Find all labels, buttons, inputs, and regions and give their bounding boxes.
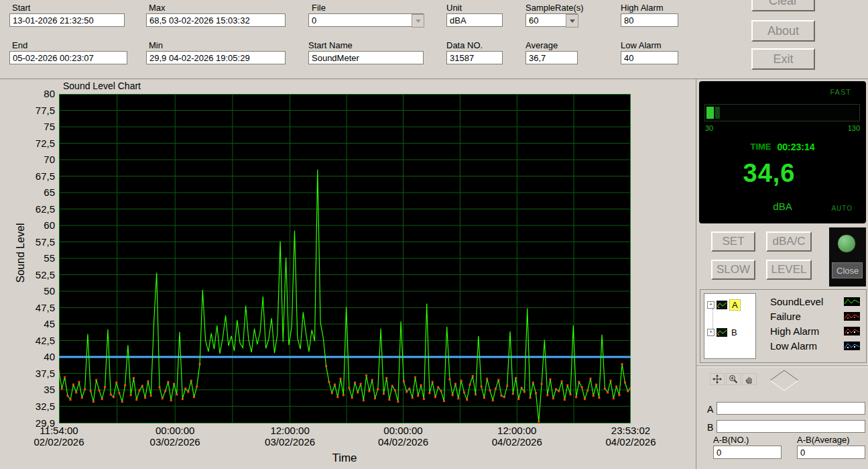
y-tick-label: 77,5 <box>5 105 55 116</box>
x-axis-title: Time <box>291 452 398 465</box>
chevron-down-icon <box>416 19 421 23</box>
y-tick-label: 80 <box>5 89 55 99</box>
cursor-joystick[interactable] <box>769 369 800 394</box>
y-tick-label: 50 <box>5 286 55 297</box>
tick-time: 00:00:00 <box>156 425 194 436</box>
y-tick-label: 67,5 <box>5 171 55 182</box>
unit-field[interactable] <box>446 13 503 27</box>
expand-icon[interactable]: + <box>707 329 715 336</box>
legend-item[interactable]: Failure <box>762 309 863 323</box>
y-tick-label: 70 <box>5 154 55 165</box>
gauge-scale-min: 30 <box>705 124 713 132</box>
legend-item-icon <box>844 297 860 306</box>
low-alarm-field[interactable] <box>621 51 678 64</box>
diamond-icon <box>769 369 800 392</box>
hand-pan-button[interactable] <box>742 373 757 385</box>
close-button[interactable]: Close <box>832 262 863 278</box>
tick-date: 02/02/2026 <box>34 436 84 448</box>
y-tick-label: 35 <box>5 384 55 395</box>
legend-item-label: High Alarm <box>770 325 819 337</box>
max-field[interactable] <box>146 13 286 27</box>
x-tick-label: 12:00:0003/02/2026 <box>257 425 324 448</box>
exit-button[interactable]: Exit <box>751 48 815 70</box>
slow-button[interactable]: SLOW <box>711 260 755 280</box>
hand-icon <box>745 374 754 384</box>
ab-average-field[interactable] <box>797 446 865 459</box>
meter-time-row: TIME 00:23:14 <box>699 142 866 152</box>
y-tick-label: 32,5 <box>5 401 55 412</box>
y-tick-label: 60 <box>5 220 55 231</box>
legend-item[interactable]: Low Alarm <box>762 338 863 353</box>
level-bar-gauge <box>704 104 860 121</box>
chart-node-icon <box>717 301 727 309</box>
file-label: File <box>312 3 326 13</box>
legend-tree-node[interactable]: +B <box>707 327 739 337</box>
min-field[interactable] <box>146 51 286 64</box>
time-value: 00:23:14 <box>778 142 815 152</box>
chart-panel: Sound Level Chart Sound Level 8077,57572… <box>5 79 696 469</box>
zoom-button[interactable] <box>726 373 741 385</box>
level-button[interactable]: LEVEL <box>766 260 812 280</box>
legend-tree-node[interactable]: +A <box>707 299 741 311</box>
chart-node-icon <box>717 328 727 337</box>
tick-date: 03/02/2026 <box>150 436 200 448</box>
cursor-a-label: A <box>707 404 713 415</box>
data-no-field[interactable] <box>446 51 503 64</box>
legend-item-label: SoundLevel <box>770 296 823 307</box>
tick-time: 12:00:00 <box>270 425 309 436</box>
legend-item[interactable]: SoundLevel <box>762 294 863 309</box>
pan-crosshair-button[interactable] <box>710 373 725 385</box>
cursor-panel: A B A-B(NO.) A-B(Average) <box>696 366 868 469</box>
right-panel: FAST 30 130 TIME 00:23:14 34,6 dBA AUTO … <box>696 79 868 469</box>
high-alarm-label: High Alarm <box>621 3 664 13</box>
power-led-button[interactable] <box>837 234 856 253</box>
cursor-a-field[interactable] <box>717 402 865 415</box>
chart-title: Sound Level Chart <box>63 81 141 91</box>
legend-item[interactable]: High Alarm <box>762 323 863 338</box>
about-button[interactable]: About <box>751 20 815 42</box>
tree-node-label[interactable]: A <box>729 299 741 311</box>
meter-display: FAST 30 130 TIME 00:23:14 34,6 dBA AUTO <box>699 81 866 223</box>
tick-date: 04/02/2026 <box>378 436 428 448</box>
tree-node-label[interactable]: B <box>729 327 739 337</box>
start-field[interactable] <box>9 13 125 27</box>
meter-reading: 34,6 <box>686 159 853 188</box>
average-field[interactable] <box>525 51 578 64</box>
average-label: Average <box>525 40 558 50</box>
y-tick-label: 55 <box>5 253 55 264</box>
end-field[interactable] <box>9 51 127 64</box>
ab-no-field[interactable] <box>713 446 782 459</box>
y-tick-label: 42,5 <box>5 335 55 346</box>
y-tick-label: 45 <box>5 319 55 329</box>
x-tick-label: 23:53:0204/02/2026 <box>597 425 664 448</box>
low-alarm-label: Low Alarm <box>621 40 662 50</box>
sound-level-plot[interactable] <box>59 94 631 423</box>
chevron-down-icon <box>570 19 575 23</box>
cursor-b-field[interactable] <box>717 420 865 433</box>
header-panel: Start End Max Min File Start Name Unit D… <box>0 0 868 79</box>
sample-rate-combo-arrow[interactable] <box>566 14 578 28</box>
chart-toolbar <box>710 373 757 385</box>
clear-button[interactable]: Clear <box>751 0 815 11</box>
data-no-label: Data NO. <box>446 40 483 50</box>
legend-item-icon <box>844 342 860 350</box>
tick-date: 03/02/2026 <box>265 436 315 448</box>
ab-average-label: A-B(Average) <box>797 435 850 445</box>
dbac-button[interactable]: dBA/C <box>766 231 812 252</box>
channel-tree[interactable]: +A+B <box>704 293 756 359</box>
tick-time: 23:53:02 <box>611 425 650 436</box>
set-button[interactable]: SET <box>711 231 755 252</box>
start-label: Start <box>12 3 30 13</box>
unit-label: Unit <box>446 3 462 13</box>
x-tick-label: 12:00:0004/02/2026 <box>483 425 550 448</box>
file-combo-arrow[interactable] <box>412 14 424 28</box>
y-tick-label: 75 <box>5 121 55 132</box>
high-alarm-field[interactable] <box>621 13 678 27</box>
file-combo[interactable] <box>308 13 424 27</box>
legend-item-icon <box>844 312 860 321</box>
start-name-field[interactable] <box>308 51 424 64</box>
legend-item-label: Low Alarm <box>770 340 817 352</box>
y-tick-label: 65 <box>5 187 55 198</box>
expand-icon[interactable]: + <box>707 301 715 309</box>
y-tick-label: 52,5 <box>5 270 55 280</box>
